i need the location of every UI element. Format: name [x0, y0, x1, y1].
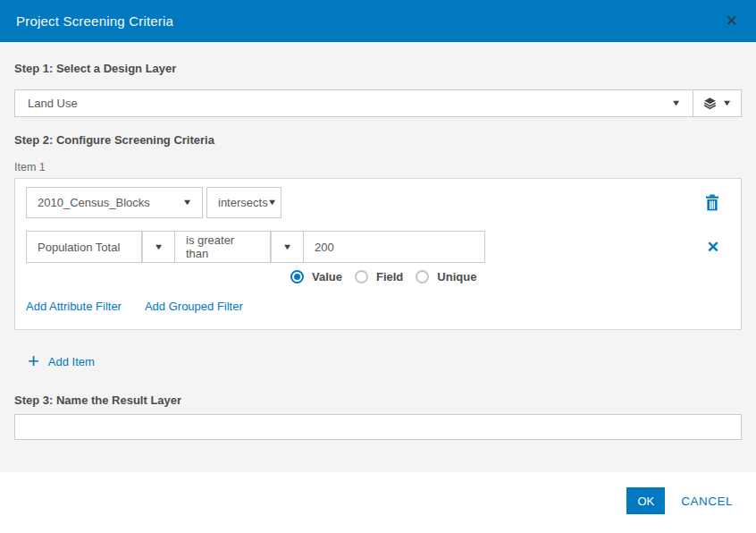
add-item-button[interactable]: + Add Item: [28, 354, 126, 368]
spatial-operator-value: intersects: [218, 196, 268, 209]
design-layer-select[interactable]: Land Use ▼: [14, 89, 693, 117]
radio-button-icon: [416, 270, 429, 283]
radio-unique-label: Unique: [437, 270, 476, 283]
filter-field-select[interactable]: Population Total: [26, 231, 142, 263]
dialog-header: Project Screening Criteria ✕: [0, 0, 756, 42]
filter-operator-select[interactable]: is greater than: [175, 231, 271, 263]
chevron-down-icon: ▼: [266, 199, 277, 207]
design-layer-row: Land Use ▼ ▼: [14, 89, 742, 117]
attribute-filter-combo: Population Total ▼ is greater than ▼: [26, 231, 485, 263]
spatial-operator-select[interactable]: intersects ▼: [206, 187, 281, 218]
chevron-down-icon: ▼: [671, 99, 682, 107]
filter-value-input[interactable]: [304, 231, 485, 263]
spatial-layer-select[interactable]: 2010_Census_Blocks ▼: [26, 187, 203, 218]
radio-field[interactable]: Field: [355, 270, 403, 283]
spatial-criteria-row: 2010_Census_Blocks ▼ intersects ▼: [26, 187, 719, 218]
x-icon: ✕: [707, 240, 719, 255]
dialog-footer: OK CANCEL: [0, 472, 756, 533]
layer-options-button[interactable]: ▼: [693, 89, 742, 117]
radio-value[interactable]: Value: [290, 270, 342, 283]
add-attribute-filter-link[interactable]: Add Attribute Filter: [26, 300, 122, 313]
item-label: Item 1: [14, 161, 742, 173]
step2-label: Step 2: Configure Screening Criteria: [14, 133, 742, 147]
plus-icon: +: [28, 354, 39, 368]
chevron-down-icon: ▼: [722, 99, 733, 107]
project-screening-criteria-dialog: Project Screening Criteria ✕ Step 1: Sel…: [0, 0, 756, 533]
radio-value-label: Value: [312, 270, 342, 283]
chevron-down-icon: ▼: [154, 243, 164, 251]
design-layer-value: Land Use: [28, 97, 672, 110]
remove-filter-button[interactable]: ✕: [707, 240, 719, 255]
filter-operator-dropdown-button[interactable]: ▼: [271, 231, 304, 263]
chevron-down-icon: ▼: [182, 199, 193, 207]
dialog-body: Step 1: Select a Design Layer Land Use ▼…: [0, 42, 756, 472]
screening-item-box: 2010_Census_Blocks ▼ intersects ▼: [14, 178, 742, 330]
filter-field-dropdown-button[interactable]: ▼: [142, 231, 175, 263]
dialog-title: Project Screening Criteria: [16, 13, 722, 29]
radio-unique[interactable]: Unique: [416, 270, 476, 283]
close-icon[interactable]: ✕: [722, 12, 742, 30]
delete-item-button[interactable]: [705, 194, 719, 211]
cancel-button[interactable]: CANCEL: [681, 495, 733, 508]
spatial-layer-value: 2010_Census_Blocks: [38, 196, 183, 209]
value-type-radio-group: Value Field Unique: [26, 270, 719, 283]
step3-label: Step 3: Name the Result Layer: [14, 393, 742, 407]
add-grouped-filter-link[interactable]: Add Grouped Filter: [145, 300, 243, 313]
filter-links-row: Add Attribute Filter Add Grouped Filter: [26, 300, 719, 313]
radio-button-icon: [355, 270, 368, 283]
add-item-label: Add Item: [48, 355, 95, 368]
radio-button-icon: [290, 270, 304, 283]
radio-field-label: Field: [376, 270, 403, 283]
trash-icon: [705, 194, 719, 211]
chevron-down-icon: ▼: [282, 243, 293, 251]
attribute-filter-row: Population Total ▼ is greater than ▼ ✕: [26, 231, 719, 263]
layers-icon: [703, 97, 717, 110]
result-layer-name-input[interactable]: [14, 414, 742, 440]
ok-button[interactable]: OK: [626, 487, 665, 514]
step1-label: Step 1: Select a Design Layer: [14, 42, 742, 75]
